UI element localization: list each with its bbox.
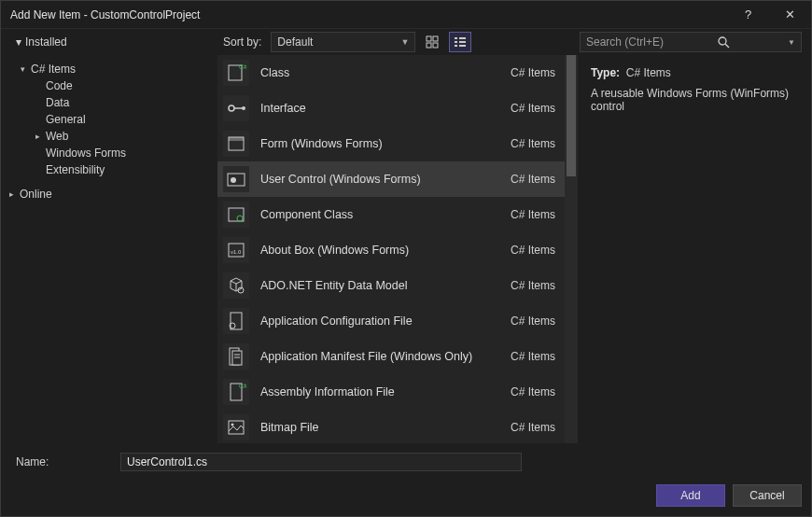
- view-list-button[interactable]: [449, 32, 471, 52]
- svg-rect-34: [229, 421, 244, 434]
- chevron-down-icon: ▾: [16, 35, 21, 49]
- window-title: Add New Item - CustomControlProject: [10, 8, 200, 21]
- tree-node-child[interactable]: Extensibility: [5, 161, 214, 178]
- chevron-right-icon: ▸: [33, 132, 42, 141]
- template-name: Bitmap File: [260, 421, 499, 434]
- add-button[interactable]: Add: [656, 484, 725, 507]
- template-category: C# Items: [511, 208, 555, 221]
- cancel-button[interactable]: Cancel: [733, 484, 802, 507]
- config-icon: [223, 308, 249, 334]
- svg-rect-0: [427, 36, 431, 41]
- dialog-footer: Add Cancel: [1, 475, 811, 516]
- template-item[interactable]: Application Configuration FileC# Items: [217, 303, 565, 339]
- template-category: C# Items: [511, 66, 555, 79]
- category-tree: ▾ C# Items CodeDataGeneral▸WebWindows Fo…: [1, 55, 217, 443]
- view-grid-button[interactable]: [421, 32, 443, 52]
- svg-rect-26: [231, 313, 242, 329]
- chevron-down-icon: ▾: [18, 64, 27, 74]
- dropdown-arrow-icon: ▼: [788, 38, 795, 47]
- titlebar: Add New Item - CustomControlProject ? ✕: [1, 1, 811, 29]
- content: ▾ C# Items CodeDataGeneral▸WebWindows Fo…: [1, 55, 811, 443]
- template-name: Application Manifest File (Windows Only): [260, 350, 499, 363]
- info-description: A reusable Windows Forms (WinForms) cont…: [591, 87, 798, 113]
- svg-text:C#: C#: [239, 63, 246, 70]
- tree-node-child[interactable]: General: [5, 111, 214, 128]
- svg-rect-1: [433, 36, 438, 41]
- search-placeholder: Search (Ctrl+E): [586, 35, 664, 49]
- svg-rect-19: [228, 174, 245, 186]
- bitmap-icon: [223, 414, 249, 440]
- manifest-icon: [223, 343, 249, 370]
- template-name: Class: [260, 66, 499, 79]
- filename-input[interactable]: [120, 453, 522, 471]
- svg-rect-4: [455, 37, 457, 39]
- svg-point-14: [229, 105, 234, 111]
- help-button[interactable]: ?: [727, 1, 769, 29]
- template-category: C# Items: [511, 173, 555, 186]
- info-type-label: Type:: [591, 66, 620, 79]
- template-item[interactable]: Application Manifest File (Windows Only)…: [217, 339, 565, 374]
- template-category: C# Items: [511, 279, 555, 292]
- info-pane: Type: C# Items A reusable Windows Forms …: [578, 55, 811, 443]
- template-item[interactable]: User Control (Windows Forms)C# Items: [217, 161, 565, 197]
- info-type-value: C# Items: [626, 66, 671, 79]
- template-item[interactable]: v1.0About Box (Windows Forms)C# Items: [217, 232, 565, 268]
- template-category: C# Items: [511, 137, 555, 150]
- template-category: C# Items: [511, 244, 555, 257]
- sort-value: Default: [277, 35, 313, 49]
- template-category: C# Items: [511, 350, 555, 363]
- search-input[interactable]: Search (Ctrl+E) ▼: [580, 32, 802, 52]
- svg-rect-8: [455, 45, 457, 47]
- dialog-window: Add New Item - CustomControlProject ? ✕ …: [0, 0, 812, 517]
- template-item[interactable]: Bitmap FileC# Items: [217, 410, 565, 443]
- template-item[interactable]: C#Assembly Information FileC# Items: [217, 374, 565, 410]
- svg-line-11: [725, 44, 729, 48]
- svg-rect-5: [459, 37, 466, 39]
- search-icon: [718, 36, 730, 49]
- scrollbar-thumb[interactable]: [567, 55, 576, 176]
- tree-node-child[interactable]: ▸Web: [5, 128, 214, 145]
- template-name: Component Class: [260, 208, 499, 221]
- chevron-down-icon: ▼: [400, 37, 409, 47]
- about-icon: v1.0: [223, 237, 249, 263]
- sort-label: Sort by:: [223, 35, 265, 49]
- template-list-container: C#ClassC# ItemsInterfaceC# ItemsForm (Wi…: [217, 55, 578, 443]
- svg-point-10: [719, 37, 726, 45]
- template-name: Application Configuration File: [260, 314, 499, 328]
- template-name: About Box (Windows Forms): [260, 244, 499, 257]
- svg-text:C#: C#: [239, 383, 246, 389]
- chevron-right-icon: ▸: [7, 189, 16, 199]
- component-icon: [223, 202, 249, 228]
- scrollbar[interactable]: [565, 55, 578, 443]
- sort-select[interactable]: Default ▼: [271, 32, 415, 52]
- tree-node-csharp-items[interactable]: ▾ C# Items: [5, 61, 214, 77]
- template-name: Interface: [260, 102, 499, 115]
- svg-point-20: [231, 177, 236, 183]
- tree-node-child[interactable]: Data: [5, 94, 214, 111]
- tree-node-child[interactable]: Code: [5, 77, 214, 94]
- template-item[interactable]: C#ClassC# Items: [217, 55, 565, 91]
- close-button[interactable]: ✕: [769, 1, 811, 29]
- filename-label: Name:: [10, 455, 113, 468]
- template-item[interactable]: Component ClassC# Items: [217, 197, 565, 232]
- tree-header[interactable]: ▾ Installed: [10, 35, 217, 49]
- template-name: Assembly Information File: [260, 385, 499, 398]
- svg-text:v1.0: v1.0: [231, 249, 242, 255]
- svg-rect-3: [433, 43, 438, 48]
- template-item[interactable]: Form (Windows Forms)C# Items: [217, 126, 565, 161]
- form-icon: [223, 131, 249, 157]
- tree-node-online[interactable]: ▸ Online: [5, 186, 214, 203]
- template-name: Form (Windows Forms): [260, 137, 499, 150]
- svg-rect-2: [427, 43, 431, 48]
- list-icon: [454, 35, 467, 49]
- template-category: C# Items: [511, 102, 555, 115]
- template-item[interactable]: ADO.NET Entity Data ModelC# Items: [217, 268, 565, 303]
- svg-rect-18: [229, 137, 244, 141]
- svg-rect-9: [459, 45, 466, 47]
- template-category: C# Items: [511, 385, 555, 398]
- ado-icon: [223, 272, 249, 299]
- template-item[interactable]: InterfaceC# Items: [217, 91, 565, 126]
- svg-rect-7: [459, 41, 466, 43]
- grid-icon: [426, 35, 439, 49]
- tree-node-child[interactable]: Windows Forms: [5, 145, 214, 161]
